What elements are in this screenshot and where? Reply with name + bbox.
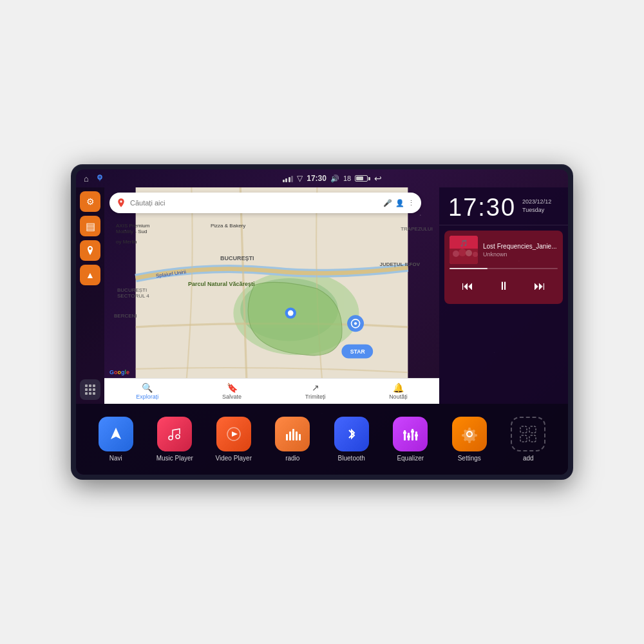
map-background: STAR BUCUREȘTI JUDEŢUL ILFOV BUCUREȘTISE… (104, 187, 439, 404)
equalizer-label: Equalizer (397, 455, 424, 462)
right-panel: 17:30 2023/12/12 Tuesday (439, 187, 568, 404)
status-time: 17:30 (307, 174, 327, 183)
svg-text:🎵: 🎵 (460, 239, 468, 247)
svg-rect-37 (520, 435, 527, 442)
svg-rect-25 (296, 431, 298, 440)
bluetooth-label: Bluetooth (338, 455, 365, 462)
app-radio[interactable]: radio (270, 417, 315, 462)
svg-point-8 (354, 322, 357, 325)
clock-section: 17:30 2023/12/12 Tuesday (439, 187, 568, 225)
radio-label: radio (285, 455, 299, 462)
clock-date: 2023/12/12 Tuesday (522, 195, 551, 214)
status-left: ⌂ (84, 173, 104, 184)
song-artist: Unknown (483, 251, 558, 258)
status-center: ▽ 17:30 🔊 18 ↩ (283, 173, 382, 184)
maps-icon[interactable] (95, 173, 104, 184)
app-settings[interactable]: Settings (447, 417, 492, 462)
svg-rect-17 (450, 249, 478, 264)
left-sidebar: ⚙ ▤ ▲ (76, 187, 104, 404)
settings-label: Settings (458, 455, 481, 462)
music-progress-fill (450, 268, 488, 269)
main-content: ⚙ ▤ ▲ (76, 187, 568, 404)
music-player-label: Music Player (156, 455, 193, 462)
app-equalizer[interactable]: Equalizer (388, 417, 433, 462)
map-nav-saved[interactable]: 🔖 Salvate (222, 383, 242, 400)
svg-rect-36 (529, 426, 536, 433)
svg-text:STAR: STAR (350, 348, 366, 355)
music-card: 🎵 Lost Frequencies_Janie... Unknown (444, 231, 563, 304)
svg-marker-19 (111, 428, 121, 439)
clock-time: 17:30 (448, 195, 516, 220)
more-icon[interactable]: ⋮ (408, 199, 415, 207)
sidebar-settings-btn[interactable]: ⚙ (80, 191, 100, 212)
map-nav-news[interactable]: 🔔 Noutăți (389, 383, 408, 400)
settings-icon (452, 417, 487, 451)
album-art: 🎵 (450, 236, 478, 264)
svg-rect-22 (286, 434, 288, 440)
svg-point-33 (411, 430, 414, 433)
next-button[interactable]: ⏭ (528, 274, 551, 298)
svg-point-11 (120, 200, 122, 202)
map-area[interactable]: STAR BUCUREȘTI JUDEŢUL ILFOV BUCUREȘTISE… (104, 187, 439, 404)
album-art-svg: 🎵 (450, 236, 478, 264)
svg-rect-26 (299, 434, 301, 440)
map-nav-explore[interactable]: 🔍 Explorați (136, 383, 158, 400)
sidebar-apps-btn[interactable] (80, 379, 100, 400)
app-navi[interactable]: Navi (93, 417, 138, 462)
map-nav-share[interactable]: ↗ Trimiteți (305, 383, 326, 400)
battery-number: 18 (343, 175, 351, 182)
prev-button[interactable]: ⏮ (456, 274, 479, 298)
map-search-bar[interactable]: 🎤 👤 ⋮ (109, 193, 421, 213)
radio-icon (275, 417, 310, 451)
svg-marker-21 (232, 431, 238, 437)
back-icon[interactable]: ↩ (374, 173, 382, 184)
map-bottom-nav: 🔍 Explorați 🔖 Salvate ↗ Trimiteți 🔔 (104, 378, 439, 404)
google-maps-logo (116, 198, 126, 208)
sidebar-files-btn[interactable]: ▤ (80, 216, 100, 236)
speaker-icon: 🔊 (330, 175, 339, 183)
svg-point-31 (403, 431, 406, 435)
mic-icon[interactable]: 🎤 (383, 199, 392, 207)
svg-point-34 (415, 434, 418, 437)
music-progress-bar[interactable] (450, 268, 558, 269)
device: ⌂ ▽ 17:30 (71, 164, 573, 480)
bottom-dock: Navi Music Player Video Player (76, 404, 568, 475)
bluetooth-icon (334, 417, 369, 451)
pause-button[interactable]: ⏸ (492, 274, 515, 298)
app-add[interactable]: add (506, 417, 551, 462)
add-label: add (523, 455, 534, 462)
svg-rect-24 (292, 429, 294, 440)
music-player-icon (157, 417, 192, 451)
music-controls: ⏮ ⏸ ⏭ (450, 273, 558, 299)
add-icon (511, 417, 545, 451)
navi-icon (99, 417, 133, 451)
svg-rect-35 (520, 426, 527, 433)
svg-rect-23 (289, 431, 291, 440)
svg-rect-38 (529, 435, 536, 442)
music-info-row: 🎵 Lost Frequencies_Janie... Unknown (450, 236, 558, 264)
svg-point-5 (288, 310, 294, 316)
svg-point-32 (407, 435, 410, 439)
account-icon[interactable]: 👤 (395, 199, 404, 207)
battery-icon (355, 175, 370, 182)
navi-label: Navi (109, 455, 122, 462)
wifi-icon: ▽ (297, 174, 303, 183)
map-search-input[interactable] (130, 199, 379, 207)
sidebar-nav-btn[interactable]: ▲ (80, 265, 100, 285)
signal-icon (283, 175, 294, 182)
status-bar: ⌂ ▽ 17:30 (76, 169, 568, 187)
home-icon[interactable]: ⌂ (84, 174, 89, 184)
device-screen: ⌂ ▽ 17:30 (76, 169, 568, 475)
app-music-player[interactable]: Music Player (152, 417, 197, 462)
sidebar-location-btn[interactable] (80, 240, 100, 261)
equalizer-icon (393, 417, 428, 451)
music-text: Lost Frequencies_Janie... Unknown (483, 243, 558, 258)
video-player-icon (216, 417, 251, 451)
video-player-label: Video Player (215, 455, 252, 462)
map-search-icons: 🎤 👤 ⋮ (383, 199, 415, 207)
music-section: 🎵 Lost Frequencies_Janie... Unknown (439, 225, 568, 404)
app-video-player[interactable]: Video Player (211, 417, 256, 462)
song-title: Lost Frequencies_Janie... (483, 243, 558, 250)
app-bluetooth[interactable]: Bluetooth (329, 417, 374, 462)
map-svg: STAR (104, 187, 439, 404)
